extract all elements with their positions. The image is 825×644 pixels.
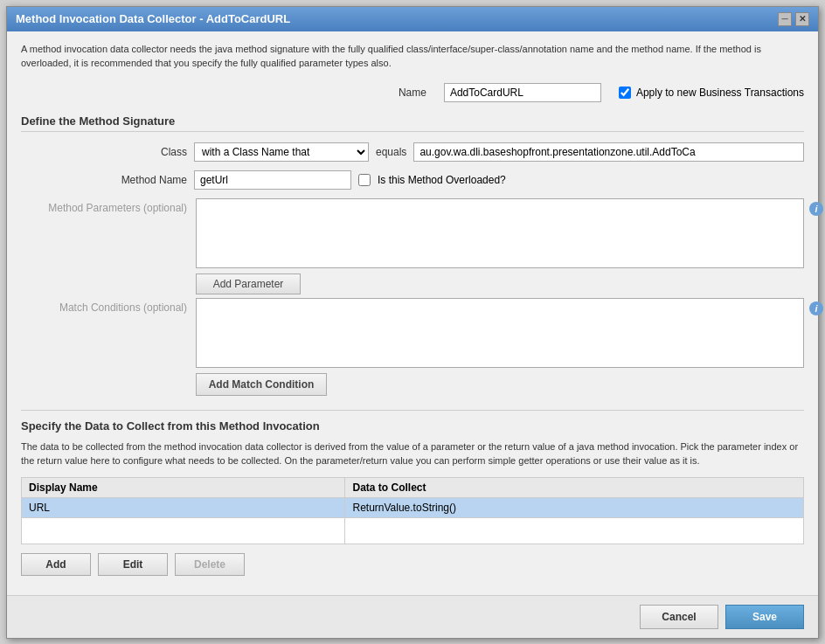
save-button[interactable]: Save: [725, 605, 804, 629]
overloaded-label: Is this Method Overloaded?: [378, 174, 506, 186]
apply-label: Apply to new Business Transactions: [636, 87, 804, 99]
add-parameter-button[interactable]: Add Parameter: [196, 274, 301, 294]
dialog-footer: Cancel Save: [7, 595, 818, 638]
table-row-empty: [22, 517, 804, 544]
cancel-button[interactable]: Cancel: [640, 605, 718, 629]
method-name-row: Method Name Is this Method Overloaded?: [21, 170, 804, 190]
title-bar-controls: ─ ✕: [778, 12, 809, 26]
match-conditions-col: i Add Match Condition: [196, 298, 804, 396]
equals-label: equals: [376, 146, 406, 158]
close-button[interactable]: ✕: [795, 12, 809, 26]
title-bar: Method Invocation Data Collector - AddTo…: [7, 7, 818, 31]
col-display-name: Display Name: [22, 477, 345, 497]
name-row: Name Apply to new Business Transactions: [21, 83, 804, 102]
form-grid: Class with a Class Name that equals Meth…: [21, 142, 804, 190]
overloaded-checkbox[interactable]: [358, 174, 371, 186]
delete-button[interactable]: Delete: [175, 553, 245, 576]
name-input[interactable]: [444, 83, 601, 102]
col-data-to-collect: Data to Collect: [345, 477, 804, 497]
method-params-section: Method Parameters (optional) i Add Param…: [21, 198, 804, 294]
method-params-col: i Add Parameter: [196, 198, 804, 294]
table-cell-display-name: URL: [22, 497, 345, 517]
table-buttons: Add Edit Delete: [21, 553, 804, 576]
edit-button[interactable]: Edit: [98, 553, 168, 576]
class-name-input[interactable]: [413, 142, 804, 162]
minimize-button[interactable]: ─: [778, 12, 792, 26]
table-row[interactable]: URL ReturnValue.toString(): [22, 497, 804, 517]
class-row: Class with a Class Name that equals: [21, 142, 804, 162]
intro-text: A method invocation data collector needs…: [21, 42, 804, 71]
method-params-label: Method Parameters (optional): [21, 198, 187, 294]
method-name-label: Method Name: [21, 174, 187, 186]
class-label: Class: [21, 146, 187, 158]
match-conditions-textarea[interactable]: [196, 298, 804, 368]
match-conditions-section: Match Conditions (optional) i Add Match …: [21, 298, 804, 396]
dialog-body: A method invocation data collector needs…: [7, 31, 818, 595]
table-cell-data-to-collect: ReturnValue.toString(): [345, 497, 804, 517]
add-button[interactable]: Add: [21, 553, 91, 576]
match-info-icon[interactable]: i: [809, 301, 823, 315]
method-signature-header: Define the Method Signature: [21, 114, 804, 132]
data-table: Display Name Data to Collect URL ReturnV…: [21, 477, 804, 544]
apply-checkbox[interactable]: [619, 87, 631, 99]
specify-title: Specify the Data to Collect from this Me…: [21, 419, 804, 433]
specify-desc: The data to be collected from the method…: [21, 440, 804, 468]
apply-checkbox-row: Apply to new Business Transactions: [619, 87, 804, 99]
add-match-condition-button[interactable]: Add Match Condition: [196, 373, 327, 396]
name-label: Name: [399, 87, 426, 99]
method-params-textarea[interactable]: [196, 198, 804, 268]
match-conditions-label: Match Conditions (optional): [21, 298, 187, 396]
params-info-icon[interactable]: i: [809, 202, 823, 216]
class-select[interactable]: with a Class Name that: [194, 142, 369, 162]
specify-section: Specify the Data to Collect from this Me…: [21, 410, 804, 576]
method-name-input[interactable]: [194, 170, 351, 190]
dialog-title: Method Invocation Data Collector - AddTo…: [16, 12, 290, 25]
